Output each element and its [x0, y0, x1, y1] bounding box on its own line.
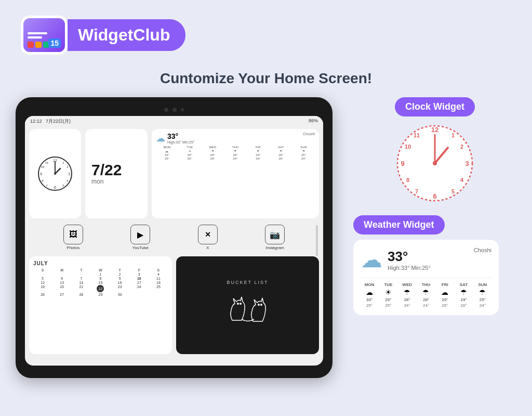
svg-text:12: 12 — [431, 126, 438, 134]
svg-text:9: 9 — [401, 160, 404, 167]
screen-clock-widget: 12 3 6 9 1 2 4 5 7 8 10 11 — [29, 129, 81, 218]
screen-weather-range: High:33° Min:25° — [167, 140, 195, 144]
forecast-sun: SUN☂25°24° — [292, 146, 315, 160]
cal-h-s1: S — [33, 268, 52, 272]
status-battery: 86% — [309, 118, 318, 125]
logo-dot-red — [28, 42, 34, 48]
svg-text:5: 5 — [451, 188, 455, 194]
weather-temp-big: 33° — [388, 249, 431, 265]
forecast-mon: MON☁33°25° — [156, 146, 178, 160]
forecast-fri: FRI☂29°26° — [247, 146, 269, 160]
cal-d-empty2 — [52, 272, 71, 276]
svg-point-35 — [433, 161, 437, 165]
logo-line-2 — [28, 36, 42, 38]
forecast-tue: TUE☀29°25° — [179, 146, 201, 160]
logo-inner: 15 — [23, 18, 65, 52]
svg-text:11: 11 — [414, 132, 420, 138]
svg-text:10: 10 — [41, 165, 45, 168]
weather-widget-label: Weather Widget — [353, 215, 445, 235]
weather-city: Choshi — [474, 247, 491, 253]
svg-text:1: 1 — [451, 132, 455, 138]
svg-text:11: 11 — [45, 161, 49, 164]
app-instagram[interactable]: 📷 Instagram — [265, 225, 285, 250]
cal-h-w: W — [91, 268, 110, 272]
weather-info: 33° High:33° Min:25° — [388, 249, 431, 271]
app-youtube[interactable]: ▶ YouTube — [130, 225, 150, 250]
tablet-mockup: 12:12 7月22日(月) 86% 12 3 6 — [16, 97, 332, 378]
screen-bucket-widget: Bucket List — [176, 256, 319, 354]
svg-point-16 — [237, 303, 239, 305]
weather-highlow: High:33° Min:25° — [388, 265, 431, 271]
wf-wed: WED ☂ 28° 24° — [398, 282, 416, 308]
svg-text:3: 3 — [68, 172, 70, 176]
status-bar: 12:12 7月22日(月) 86% — [25, 116, 323, 127]
weather-cloud-icon-big: ☁ — [361, 247, 382, 272]
cal-today: 22 — [97, 285, 104, 292]
photos-icon: 🖼 — [63, 225, 83, 244]
svg-text:9: 9 — [40, 172, 42, 176]
right-panel: Clock Widget 12 3 6 9 1 2 4 5 7 8 10 11 — [353, 97, 516, 378]
cal-h-m: M — [52, 268, 71, 272]
clock-widget-label: Clock Widget — [395, 97, 475, 116]
svg-text:4: 4 — [460, 177, 464, 183]
svg-point-15 — [54, 173, 56, 175]
cal-d-empty3 — [72, 272, 90, 276]
app-photos[interactable]: 🖼 Photos — [63, 225, 83, 250]
screen-bottom-row: JULY S M T W T F S — [25, 254, 323, 358]
app-x[interactable]: ✕ X — [198, 225, 218, 250]
screen-weather-cloud-icon: ☁ — [156, 133, 165, 144]
logo-box: 15 — [21, 16, 68, 55]
bucket-title: Bucket List — [227, 280, 269, 285]
tagline: Cuntomize Your Home Screen! — [0, 70, 532, 87]
screen-weather-temp: 33° — [167, 132, 195, 140]
screen-date-value: 7/22 — [91, 162, 122, 178]
instagram-label: Instagram — [265, 245, 284, 250]
cam-dot-2 — [172, 108, 177, 112]
forecast-thu: THU☂28°24° — [224, 146, 247, 160]
brand-name: WidgetClub — [78, 25, 170, 44]
cam-dot-3 — [181, 108, 184, 111]
x-label: X — [206, 245, 209, 250]
tablet-container: 12:12 7月22日(月) 86% 12 3 6 — [16, 97, 338, 378]
screen-calendar-widget: JULY S M T W T F S — [29, 256, 172, 354]
wf-tue: TUE ☀ 29° 25° — [379, 282, 397, 308]
svg-point-18 — [258, 304, 260, 306]
cal-d-empty1 — [33, 272, 52, 276]
wf-sat: SAT ☂ 29° 26° — [455, 282, 472, 308]
screen-weather-widget: ☁ 33° High:33° Min:25° ChosHi — [152, 129, 319, 218]
main-content: 12:12 7月22日(月) 86% 12 3 6 — [0, 97, 532, 378]
cal-h-f: F — [130, 268, 149, 272]
forecast-sat: SAT☂28°26° — [270, 146, 292, 160]
photos-label: Photos — [66, 245, 79, 250]
tablet-screen: 12:12 7月22日(月) 86% 12 3 6 — [25, 116, 323, 366]
svg-text:6: 6 — [54, 186, 56, 189]
scroll-indicator[interactable] — [316, 225, 318, 256]
svg-text:7: 7 — [415, 188, 418, 194]
svg-point-17 — [240, 303, 242, 305]
cal-month: JULY — [33, 261, 168, 266]
x-icon: ✕ — [198, 225, 218, 244]
logo-number: 15 — [48, 38, 61, 48]
youtube-label: YouTube — [132, 245, 149, 250]
screen-clock-svg: 12 3 6 9 1 2 4 5 7 8 10 11 — [37, 155, 73, 192]
header: 15 WidgetClub — [0, 0, 532, 65]
svg-point-19 — [260, 304, 262, 306]
svg-text:6: 6 — [433, 192, 436, 200]
screen-weather-location: ChosHi — [303, 132, 315, 136]
svg-text:2: 2 — [460, 144, 463, 150]
wf-thu: THU ☂ 28° 24° — [417, 282, 435, 308]
logo-dot-yellow — [35, 42, 42, 48]
forecast-wed: WED☂28°26° — [202, 146, 224, 160]
cal-h-t2: T — [111, 268, 129, 272]
svg-text:10: 10 — [405, 144, 411, 150]
app-icons-row: 🖼 Photos ▶ YouTube ✕ X 📷 Instagram — [29, 220, 319, 254]
youtube-icon: ▶ — [130, 225, 150, 244]
clock-widget-section: Clock Widget 12 3 6 9 1 2 4 5 7 8 10 11 — [353, 97, 516, 205]
tablet-camera — [25, 108, 323, 112]
cal-grid: S M T W T F S 1 2 — [33, 268, 168, 296]
cal-h-t1: T — [72, 268, 90, 272]
weather-forecast-row: MON ☁ 33° 25° TUE ☀ 29° 25° WED ☂ 28 — [361, 278, 491, 308]
svg-text:3: 3 — [465, 160, 469, 167]
cal-h-s2: S — [149, 268, 168, 272]
instagram-icon: 📷 — [265, 225, 285, 244]
